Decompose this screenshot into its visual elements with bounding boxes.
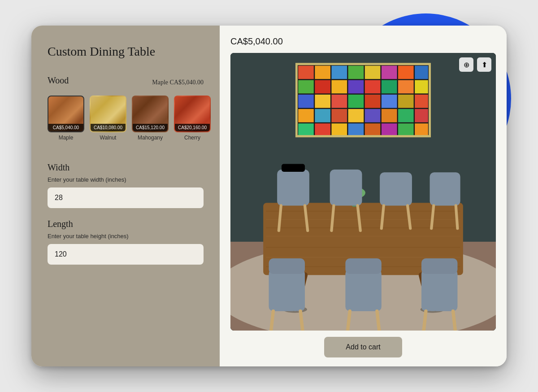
wood-swatch-cherry: CA$20,160.00 [174, 96, 211, 132]
width-input[interactable] [48, 187, 204, 208]
wood-option-walnut[interactable]: CA$10,080.00 Walnut [90, 96, 126, 141]
add-to-cart-row: Add to cart [230, 331, 496, 357]
product-image-container: ⊕ ⬆ [230, 53, 496, 331]
wood-swatch-maple: CA$5,040.00 [48, 96, 84, 132]
cherry-price-badge: CA$20,160.00 [175, 124, 210, 131]
walnut-price-badge: CA$10,080.00 [91, 124, 126, 131]
zoom-icon: ⊕ [464, 61, 469, 69]
svg-rect-79 [269, 258, 305, 274]
wood-option-maple[interactable]: CA$5,040.00 Maple [48, 96, 84, 141]
length-section-label: Length [48, 219, 204, 229]
svg-rect-31 [365, 109, 381, 122]
walnut-label: Walnut [100, 135, 117, 141]
svg-rect-34 [415, 109, 428, 122]
maple-label: Maple [59, 135, 74, 141]
device-frame: Custom Dining Table Wood Maple CA$5,040.… [31, 26, 507, 366]
add-to-cart-button[interactable]: Add to cart [324, 337, 402, 357]
svg-rect-17 [398, 80, 414, 94]
cherry-label: Cherry [184, 135, 200, 141]
svg-rect-78 [269, 270, 305, 311]
svg-rect-69 [330, 170, 362, 205]
svg-rect-41 [398, 123, 414, 135]
svg-rect-7 [365, 65, 381, 79]
svg-rect-30 [348, 109, 364, 122]
svg-rect-16 [382, 80, 397, 94]
svg-rect-8 [382, 65, 397, 79]
svg-rect-26 [415, 95, 428, 108]
wood-swatch-mahogany: CA$15,120.00 [132, 96, 169, 132]
svg-rect-91 [421, 258, 457, 274]
svg-rect-18 [415, 80, 428, 94]
svg-rect-5 [331, 65, 347, 79]
svg-rect-12 [315, 80, 330, 94]
svg-rect-19 [298, 95, 314, 108]
svg-rect-66 [282, 164, 305, 172]
right-panel: CA$5,040.00 ⊕ ⬆ [220, 26, 507, 366]
svg-rect-37 [331, 123, 347, 135]
zoom-button[interactable]: ⊕ [459, 57, 473, 72]
svg-rect-15 [365, 80, 381, 94]
svg-rect-27 [298, 109, 314, 122]
svg-rect-36 [315, 123, 330, 135]
svg-rect-11 [298, 80, 314, 94]
svg-rect-72 [380, 172, 412, 205]
svg-rect-35 [298, 123, 314, 135]
svg-rect-22 [348, 95, 364, 108]
svg-rect-85 [345, 258, 381, 274]
svg-rect-21 [331, 95, 347, 108]
svg-rect-29 [331, 109, 347, 122]
left-panel: Custom Dining Table Wood Maple CA$5,040.… [31, 26, 220, 366]
svg-rect-40 [382, 123, 397, 135]
wood-section-label: Wood [48, 75, 69, 86]
svg-line-77 [456, 205, 458, 228]
share-button[interactable]: ⬆ [477, 57, 491, 72]
dining-scene-svg [230, 53, 496, 331]
mahogany-label: Mahogany [138, 135, 163, 141]
svg-rect-24 [382, 95, 397, 108]
svg-rect-39 [365, 123, 381, 135]
svg-rect-3 [298, 65, 314, 79]
svg-rect-38 [348, 123, 364, 135]
wood-header: Wood Maple CA$5,040.00 [48, 75, 204, 89]
length-input-label: Enter your table height (inches) [48, 233, 204, 240]
length-input[interactable] [48, 244, 204, 265]
svg-rect-90 [421, 270, 457, 311]
svg-rect-23 [365, 95, 381, 108]
wood-swatch-walnut: CA$10,080.00 [90, 96, 126, 132]
svg-rect-32 [382, 109, 397, 122]
wood-option-cherry[interactable]: CA$20,160.00 Cherry [174, 96, 211, 141]
length-section: Length Enter your table height (inches) [48, 219, 204, 265]
svg-rect-75 [430, 172, 460, 205]
svg-rect-9 [398, 65, 414, 79]
svg-rect-10 [415, 65, 428, 79]
share-icon: ⬆ [482, 61, 487, 69]
svg-rect-25 [398, 95, 414, 108]
price-display: CA$5,040.00 [230, 36, 496, 47]
svg-rect-14 [348, 80, 364, 94]
svg-rect-13 [331, 80, 347, 94]
wood-section: Wood Maple CA$5,040.00 CA$5,040.00 Maple… [48, 75, 204, 141]
maple-price-badge: CA$5,040.00 [48, 124, 83, 131]
svg-rect-33 [398, 109, 414, 122]
svg-rect-65 [277, 170, 309, 205]
svg-rect-84 [345, 270, 381, 311]
svg-rect-4 [315, 65, 330, 79]
wood-option-mahogany[interactable]: CA$15,120.00 Mahogany [132, 96, 169, 141]
width-input-label: Enter your table width (inches) [48, 176, 204, 183]
image-toolbar: ⊕ ⬆ [459, 57, 491, 72]
svg-rect-28 [315, 109, 330, 122]
svg-rect-20 [315, 95, 330, 108]
svg-rect-42 [415, 123, 428, 135]
svg-rect-6 [348, 65, 364, 79]
mahogany-price-badge: CA$15,120.00 [133, 124, 168, 131]
wood-selection-info: Maple CA$5,040.00 [152, 79, 204, 86]
product-title: Custom Dining Table [48, 44, 204, 59]
wood-options: CA$5,040.00 Maple CA$10,080.00 Walnut CA… [48, 96, 204, 141]
width-section: Width Enter your table width (inches) [48, 162, 204, 208]
width-section-label: Width [48, 162, 204, 173]
